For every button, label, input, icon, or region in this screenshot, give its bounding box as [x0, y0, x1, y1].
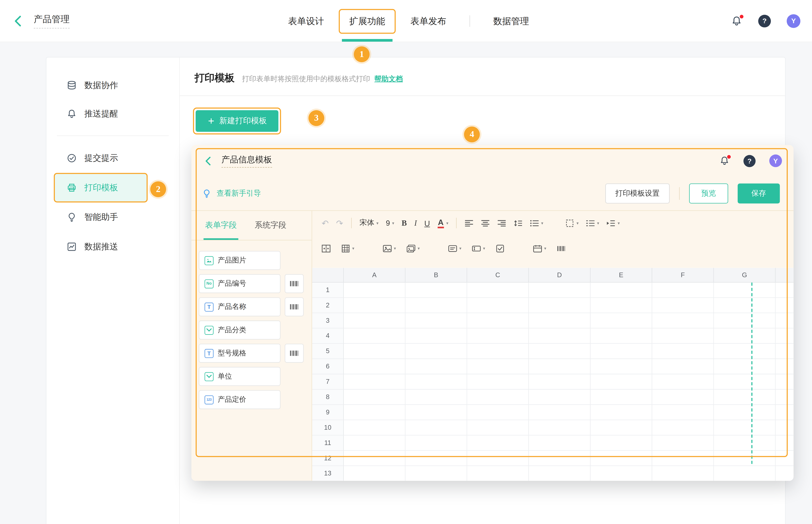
- cell-D11[interactable]: [529, 436, 590, 451]
- save-button[interactable]: 保存: [738, 183, 780, 203]
- cell-G2[interactable]: [714, 298, 776, 313]
- notification-bell-icon[interactable]: [731, 15, 743, 27]
- row-header-12[interactable]: 12: [312, 451, 344, 466]
- cell-E4[interactable]: [590, 328, 652, 344]
- cell-A10[interactable]: [344, 420, 405, 436]
- cell-A8[interactable]: [344, 390, 405, 405]
- cell-C10[interactable]: [467, 420, 529, 436]
- cell-G11[interactable]: [714, 436, 776, 451]
- cell-G1[interactable]: [714, 283, 776, 298]
- cell-D12[interactable]: [529, 451, 590, 466]
- row-header-7[interactable]: 7: [312, 374, 344, 390]
- insert-image-field-icon[interactable]: ▾: [403, 242, 423, 254]
- row-header-8[interactable]: 8: [312, 390, 344, 405]
- cell-B7[interactable]: [405, 374, 467, 390]
- insert-field-icon[interactable]: ▾: [469, 242, 488, 254]
- help-doc-link[interactable]: 帮助文档: [374, 74, 403, 84]
- font-size-select[interactable]: 9▾: [383, 217, 397, 229]
- cell-D7[interactable]: [529, 374, 590, 390]
- cell-F13[interactable]: [652, 466, 714, 481]
- cell-E8[interactable]: [590, 390, 652, 405]
- editor-avatar[interactable]: Y: [769, 154, 782, 167]
- cell-B13[interactable]: [405, 466, 467, 481]
- cell-B11[interactable]: [405, 436, 467, 451]
- field-barcode-button[interactable]: [285, 297, 304, 316]
- cell-D13[interactable]: [529, 466, 590, 481]
- cell-E6[interactable]: [590, 359, 652, 374]
- field-tab-1[interactable]: 表单字段: [205, 211, 237, 240]
- column-header-F[interactable]: F: [652, 268, 714, 282]
- sidebar-item-bell[interactable]: 推送提醒: [46, 100, 179, 128]
- cell-C5[interactable]: [467, 344, 529, 359]
- editor-back-icon[interactable]: [203, 155, 214, 166]
- cell-F4[interactable]: [652, 328, 714, 344]
- merge-cells-icon[interactable]: [319, 242, 334, 254]
- column-header-G[interactable]: G: [714, 268, 776, 282]
- field-chip[interactable]: No产品编号: [199, 274, 281, 293]
- cell-C6[interactable]: [467, 359, 529, 374]
- cell-B5[interactable]: [405, 344, 467, 359]
- field-tab-2[interactable]: 系统字段: [255, 211, 286, 240]
- cell-E13[interactable]: [590, 466, 652, 481]
- field-chip[interactable]: 123产品定价: [199, 390, 281, 409]
- row-header-11[interactable]: 11: [312, 436, 344, 451]
- row-header-10[interactable]: 10: [312, 420, 344, 436]
- cell-partial[interactable]: [776, 313, 794, 328]
- cell-B1[interactable]: [405, 283, 467, 298]
- cell-D2[interactable]: [529, 298, 590, 313]
- field-chip[interactable]: T型号规格: [199, 344, 281, 363]
- cell-partial[interactable]: [776, 451, 794, 466]
- cell-E5[interactable]: [590, 344, 652, 359]
- cell-F9[interactable]: [652, 405, 714, 420]
- print-template-settings-button[interactable]: 打印模板设置: [605, 183, 669, 203]
- topbar-tab-1[interactable]: 表单设计: [279, 10, 334, 32]
- field-chip[interactable]: T产品名称: [199, 297, 281, 316]
- cell-A5[interactable]: [344, 344, 405, 359]
- field-barcode-button[interactable]: [285, 274, 304, 293]
- cell-C3[interactable]: [467, 313, 529, 328]
- topbar-tab-4[interactable]: 数据管理: [484, 10, 539, 32]
- cell-partial[interactable]: [776, 328, 794, 344]
- column-header-partial[interactable]: [776, 268, 794, 282]
- cell-C11[interactable]: [467, 436, 529, 451]
- avatar[interactable]: Y: [786, 14, 800, 28]
- cell-D9[interactable]: [529, 405, 590, 420]
- cell-D4[interactable]: [529, 328, 590, 344]
- cell-E10[interactable]: [590, 420, 652, 436]
- field-chip[interactable]: 产品分类: [199, 321, 281, 340]
- cell-B6[interactable]: [405, 359, 467, 374]
- cell-A2[interactable]: [344, 298, 405, 313]
- row-header-4[interactable]: 4: [312, 328, 344, 344]
- cell-G8[interactable]: [714, 390, 776, 405]
- cell-F10[interactable]: [652, 420, 714, 436]
- insert-table-icon[interactable]: ▾: [338, 242, 357, 254]
- cell-F11[interactable]: [652, 436, 714, 451]
- row-header-9[interactable]: 9: [312, 405, 344, 420]
- indent-icon[interactable]: ▾: [603, 217, 623, 229]
- cell-partial[interactable]: [776, 283, 794, 298]
- cell-D8[interactable]: [529, 390, 590, 405]
- topbar-tab-2[interactable]: 扩展功能: [339, 9, 396, 33]
- row-header-3[interactable]: 3: [312, 313, 344, 328]
- cell-G9[interactable]: [714, 405, 776, 420]
- cell-E11[interactable]: [590, 436, 652, 451]
- cell-F8[interactable]: [652, 390, 714, 405]
- cell-partial[interactable]: [776, 436, 794, 451]
- insert-date-icon[interactable]: ▾: [530, 242, 550, 254]
- cell-F12[interactable]: [652, 451, 714, 466]
- cell-B10[interactable]: [405, 420, 467, 436]
- sidebar-item-bulb[interactable]: 智能助手: [46, 202, 179, 232]
- cell-A9[interactable]: [344, 405, 405, 420]
- detail-rows-icon[interactable]: ▾: [583, 217, 602, 229]
- cell-E12[interactable]: [590, 451, 652, 466]
- border-style-icon[interactable]: ▾: [562, 217, 582, 229]
- row-header-2[interactable]: 2: [312, 298, 344, 313]
- italic-icon[interactable]: I: [411, 216, 420, 229]
- cell-A4[interactable]: [344, 328, 405, 344]
- cell-G3[interactable]: [714, 313, 776, 328]
- cell-A6[interactable]: [344, 359, 405, 374]
- cell-D5[interactable]: [529, 344, 590, 359]
- cell-D10[interactable]: [529, 420, 590, 436]
- new-print-template-button[interactable]: 新建打印模板: [196, 110, 278, 132]
- list-icon[interactable]: ▾: [527, 217, 547, 229]
